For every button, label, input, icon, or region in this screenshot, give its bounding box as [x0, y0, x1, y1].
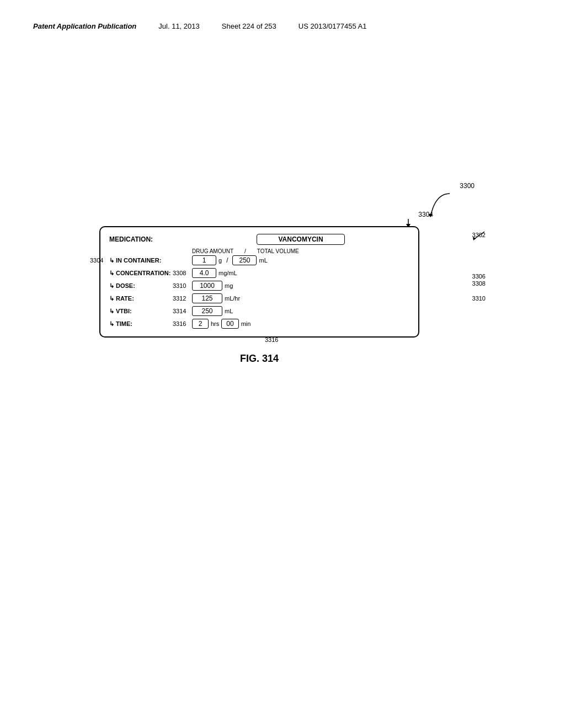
header-date: Jul. 11, 2013: [158, 22, 199, 30]
vtbi-arrow: ↳: [109, 308, 114, 315]
time-hrs-input[interactable]: 2: [192, 319, 209, 329]
ref-3310-left: 3310: [173, 282, 186, 289]
rate-row: ↳ RATE: 3312 125 mL/hr: [109, 293, 409, 303]
vtbi-unit: mL: [225, 308, 233, 314]
ref-3316-left: 3316: [173, 320, 186, 327]
time-hrs-unit: hrs: [211, 320, 219, 327]
publication-label: Patent Application Publication: [33, 22, 136, 30]
header-patent: US 2013/0177455 A1: [299, 22, 367, 30]
concentration-arrow: ↳: [109, 270, 114, 277]
medication-row: MEDICATION: VANCOMYCIN: [109, 234, 409, 245]
time-arrow: ↳: [109, 320, 114, 328]
arrow-3302: [469, 229, 486, 245]
dose-row: ↳ DOSE: 3310 1000 mg: [109, 281, 409, 291]
total-volume-label: TOTAL VOLUME: [257, 248, 299, 254]
sub-header-row: DRUG AMOUNT / TOTAL VOLUME: [192, 248, 409, 254]
ref-3304-left: 3304: [90, 257, 103, 264]
ref-3304-top-label: 3304: [418, 211, 433, 218]
dose-input[interactable]: 1000: [192, 281, 222, 291]
slash-main: /: [226, 256, 228, 264]
rate-unit: mL/hr: [225, 295, 240, 302]
ref-3314-left: 3314: [173, 308, 186, 314]
concentration-label: CONCENTRATION:: [116, 270, 170, 276]
ref-3312-left: 3312: [173, 295, 186, 302]
ref-3300-label: 3300: [460, 182, 475, 190]
vtbi-label: VTBI:: [116, 308, 132, 314]
concentration-input[interactable]: 4.0: [192, 268, 216, 278]
time-label: TIME:: [116, 320, 132, 327]
drug-amount-unit: g: [218, 257, 222, 264]
in-container-arrow: ↳: [109, 257, 114, 264]
ref-3308-label: 3308: [472, 280, 486, 287]
page-header: Patent Application Publication Jul. 11, …: [33, 22, 532, 30]
concentration-unit: mg/mL: [218, 270, 237, 276]
in-container-row: ↳ IN CONTAINER: 3304 1 g / 250 mL: [109, 255, 409, 265]
in-container-label: IN CONTAINER:: [116, 257, 161, 264]
figure-caption: FIG. 314: [99, 353, 419, 365]
slash-sub: /: [244, 248, 246, 254]
medication-value[interactable]: VANCOMYCIN: [257, 234, 345, 245]
medication-label: MEDICATION:: [109, 235, 192, 243]
dose-label: DOSE:: [116, 282, 135, 289]
rate-label: RATE:: [116, 295, 134, 302]
medication-panel: MEDICATION: VANCOMYCIN DRUG AMOUNT / TOT…: [99, 226, 419, 338]
rate-input[interactable]: 125: [192, 293, 222, 303]
ref-3308-left: 3308: [173, 270, 186, 276]
total-volume-unit: mL: [259, 257, 267, 264]
time-row: ↳ TIME: 3316 2 hrs 00 min: [109, 319, 409, 329]
drug-amount-input[interactable]: 1: [192, 255, 216, 265]
dose-arrow: ↳: [109, 282, 114, 290]
header-sheet: Sheet 224 of 253: [222, 22, 276, 30]
ref-3306-label: 3306: [472, 273, 486, 280]
time-min-input[interactable]: 00: [221, 319, 238, 329]
total-volume-input[interactable]: 250: [232, 255, 257, 265]
vtbi-row: ↳ VTBI: 3314 250 mL: [109, 306, 409, 316]
drug-amount-label: DRUG AMOUNT: [192, 248, 233, 254]
time-min-unit: min: [241, 320, 251, 327]
vtbi-input[interactable]: 250: [192, 306, 222, 316]
ref-3316-mid: 3316: [265, 336, 278, 343]
ref-3310-right: 3310: [472, 295, 486, 302]
rate-arrow: ↳: [109, 295, 114, 302]
concentration-row: ↳ CONCENTRATION: 3308 4.0 mg/mL: [109, 268, 409, 278]
dose-unit: mg: [225, 282, 233, 289]
